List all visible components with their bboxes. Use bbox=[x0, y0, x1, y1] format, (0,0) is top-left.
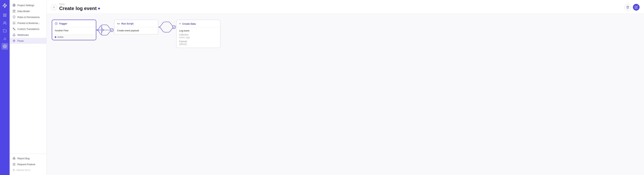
svg-marker-20 bbox=[13, 163, 15, 165]
sidebar-item-request-feature[interactable]: Request Feature bbox=[10, 161, 46, 167]
trigger-footer-label: Active bbox=[57, 36, 64, 38]
create-body: Log event Collection event_logs Payload … bbox=[176, 27, 220, 48]
sidebar-item-roles-permissions[interactable]: Roles & Permissions bbox=[10, 14, 46, 20]
create-body-label: Log event bbox=[179, 30, 189, 32]
connector-curve-2 bbox=[158, 20, 175, 35]
payload-value: {{$last}} bbox=[179, 43, 218, 45]
page-header: Flows Create log event bbox=[47, 0, 644, 14]
sidebar-version: Directus 10.6.1 bbox=[10, 167, 46, 173]
collection-value: event_logs bbox=[179, 36, 218, 39]
header-title-group: Flows Create log event bbox=[59, 3, 100, 11]
create-header-label: Create Data bbox=[182, 23, 196, 25]
svg-rect-3 bbox=[4, 16, 5, 17]
bug-icon bbox=[12, 157, 16, 160]
sidebar-item-presets-bookmarks[interactable]: Presets & Bookmar... bbox=[10, 20, 46, 26]
svg-rect-4 bbox=[5, 16, 6, 17]
svg-point-24 bbox=[172, 26, 176, 29]
connector-curve-1 bbox=[96, 23, 113, 38]
connector-1 bbox=[96, 21, 114, 39]
svg-marker-21 bbox=[13, 169, 15, 171]
svg-rect-14 bbox=[13, 12, 14, 12]
svg-rect-2 bbox=[5, 14, 6, 15]
sidebar-item-report-bug[interactable]: Report Bug bbox=[10, 155, 46, 161]
trigger-body-label: Another Flow bbox=[55, 29, 68, 32]
back-button[interactable] bbox=[51, 4, 57, 10]
main-content: Flows Create log event Trigger bbox=[47, 0, 644, 175]
trigger-header-label: Trigger bbox=[59, 22, 67, 25]
sidebar-bottom: Report Bug Request Feature Directus 10.6… bbox=[10, 154, 46, 173]
page-title: Create log event bbox=[59, 6, 100, 11]
create-header: + Create Data bbox=[176, 20, 220, 27]
content-icon[interactable] bbox=[2, 12, 8, 19]
trigger-node[interactable]: Trigger Another Flow Active bbox=[52, 20, 96, 40]
trigger-footer: Active bbox=[52, 34, 96, 40]
sidebar-item-data-model[interactable]: Data Model bbox=[10, 8, 46, 14]
svg-point-16 bbox=[14, 34, 14, 34]
trigger-icon bbox=[55, 22, 58, 25]
script-body-label: Create event payload bbox=[117, 29, 139, 32]
plus-icon: + bbox=[179, 22, 181, 25]
trigger-active-dot bbox=[55, 36, 56, 38]
sidebar-item-project-settings[interactable]: Project Settings bbox=[10, 2, 46, 8]
script-header-label: Run Script bbox=[122, 22, 134, 25]
delete-button[interactable] bbox=[624, 4, 631, 11]
svg-marker-0 bbox=[3, 3, 7, 8]
sidebar: Project Settings Data Model Roles & Perm… bbox=[10, 0, 47, 175]
data-model-icon bbox=[12, 10, 16, 13]
sidebar-label-data-model: Data Model bbox=[18, 10, 30, 13]
sidebar-label-presets-bookmarks: Presets & Bookmar... bbox=[18, 22, 40, 25]
shield-icon bbox=[12, 16, 16, 19]
trigger-node-wrapper: Trigger Another Flow Active bbox=[52, 20, 114, 40]
svg-point-19 bbox=[14, 157, 14, 158]
active-status-dot bbox=[98, 8, 100, 10]
translate-icon bbox=[12, 28, 16, 30]
svg-rect-15 bbox=[14, 12, 15, 12]
sidebar-label-project-settings: Project Settings bbox=[18, 4, 34, 7]
files-icon[interactable] bbox=[2, 28, 8, 34]
svg-rect-1 bbox=[4, 14, 5, 15]
svg-point-23 bbox=[110, 28, 114, 32]
svg-rect-13 bbox=[14, 10, 15, 11]
sidebar-label-request-feature: Request Feature bbox=[18, 163, 35, 166]
bookmark-icon bbox=[12, 22, 16, 25]
breadcrumb: Flows bbox=[59, 3, 100, 5]
sidebar-label-custom-translations: Custom Translations bbox=[18, 28, 40, 30]
sidebar-label-roles-permissions: Roles & Permissions bbox=[18, 16, 40, 19]
sidebar-label-flows: Flows bbox=[18, 40, 24, 42]
settings-icon[interactable] bbox=[2, 43, 8, 50]
header-actions bbox=[624, 4, 640, 11]
flows-icon bbox=[12, 39, 16, 42]
payload-label: Payload bbox=[179, 40, 218, 43]
create-node-wrapper: + Create Data Log event Collection event… bbox=[176, 20, 220, 48]
script-node-wrapper: <> Run Script Create event payload bbox=[114, 20, 176, 35]
script-body: Create event payload bbox=[114, 27, 158, 34]
globe-icon bbox=[12, 4, 16, 7]
create-node[interactable]: + Create Data Log event Collection event… bbox=[176, 20, 220, 48]
trigger-body: Another Flow bbox=[52, 27, 96, 34]
app-logo[interactable] bbox=[2, 2, 8, 9]
users-icon[interactable] bbox=[2, 20, 8, 26]
svg-rect-12 bbox=[13, 10, 14, 11]
sidebar-item-flows[interactable]: Flows bbox=[10, 38, 46, 44]
insights-icon[interactable] bbox=[2, 35, 8, 42]
version-text: Directus 10.6.1 bbox=[17, 169, 30, 171]
collection-label: Collection bbox=[179, 34, 218, 36]
trigger-header: Trigger bbox=[52, 20, 96, 27]
connector-2 bbox=[158, 20, 176, 35]
svg-point-9 bbox=[4, 46, 5, 47]
icon-rail bbox=[0, 0, 10, 175]
sidebar-label-webhooks: Webhooks bbox=[18, 34, 29, 36]
anchor-icon bbox=[12, 33, 16, 36]
script-header: <> Run Script bbox=[114, 20, 158, 27]
sidebar-label-report-bug: Report Bug bbox=[18, 157, 30, 160]
edit-button[interactable] bbox=[633, 4, 640, 11]
svg-point-5 bbox=[4, 22, 5, 23]
sidebar-item-custom-translations[interactable]: Custom Translations bbox=[10, 26, 46, 32]
header-left: Flows Create log event bbox=[51, 3, 100, 11]
star-icon bbox=[12, 163, 16, 166]
code-icon: <> bbox=[117, 22, 120, 25]
flow-canvas[interactable]: Trigger Another Flow Active bbox=[47, 14, 644, 175]
script-node[interactable]: <> Run Script Create event payload bbox=[114, 20, 158, 35]
svg-marker-18 bbox=[13, 40, 15, 42]
sidebar-item-webhooks[interactable]: Webhooks bbox=[10, 32, 46, 38]
